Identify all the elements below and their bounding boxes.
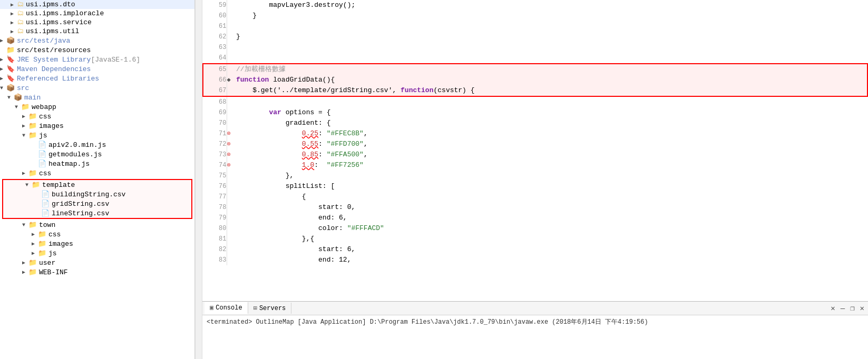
sidebar-item-town-js[interactable]: ▶ 📁 js xyxy=(0,248,194,258)
sidebar-item-linestring[interactable]: 📄 lineString.csv xyxy=(3,208,191,218)
line-code: color: "#FFFACD" xyxy=(236,223,867,234)
sidebar-item-js[interactable]: ▼ 📁 js xyxy=(0,131,194,140)
tab-servers[interactable]: ⊞ Servers xyxy=(248,303,292,314)
line-number: 78 xyxy=(203,202,227,213)
sidebar-item-jre-system[interactable]: ▶ 🔖 JRE System Library [JavaSE-1.6] xyxy=(0,55,194,64)
line-arrow xyxy=(227,107,236,118)
sidebar-item-webapp[interactable]: ▼ 📁 webapp xyxy=(0,102,194,112)
file-icon: 📄 xyxy=(38,150,46,158)
sidebar-item-town[interactable]: ▼ 📁 town xyxy=(0,220,194,230)
sidebar-item-label: css xyxy=(39,169,51,177)
sidebar-item-css[interactable]: ▶ 📁 css xyxy=(0,112,194,121)
sidebar-item-main[interactable]: ▼ 📦 main xyxy=(0,93,194,102)
sidebar-item-label: heatmap.js xyxy=(48,160,90,168)
table-row: 82 start: 6, xyxy=(203,244,867,255)
sidebar-item-label: src/test/resources xyxy=(17,46,91,54)
line-arrow xyxy=(227,234,236,244)
console-close-button[interactable]: ✕ xyxy=(859,304,866,313)
error-icon: ⊗ xyxy=(227,149,236,160)
sidebar-item-label: main xyxy=(24,94,41,102)
tab-console[interactable]: ▣ Console xyxy=(204,302,248,314)
line-number: 65 xyxy=(203,64,227,75)
arrow-icon: ▶ xyxy=(22,269,28,275)
table-row: 60 } xyxy=(203,11,867,21)
table-row: 74 ⊗ 1.0: "#FF7256" xyxy=(203,160,867,171)
table-row: 64 xyxy=(203,53,867,64)
line-code: end: 6, xyxy=(236,213,867,223)
src-icon: 📦 xyxy=(14,93,22,102)
console-content: <terminated> OutlineMap [Java Applicatio… xyxy=(202,315,868,359)
sidebar-item-user[interactable]: ▶ 📁 user xyxy=(0,258,194,267)
line-number: 63 xyxy=(203,42,227,53)
sidebar-item-label: images xyxy=(39,122,64,130)
sidebar-item-usi-ipms-service[interactable]: ▶ 🗂 usi.ipms.service xyxy=(0,18,194,27)
servers-tab-label: Servers xyxy=(259,305,286,312)
arrow-icon: ▶ xyxy=(11,11,17,17)
table-row: 75 }, xyxy=(203,171,867,181)
line-arrow xyxy=(227,32,236,42)
sidebar-item-maven-deps[interactable]: ▶ 🔖 Maven Dependencies xyxy=(0,64,194,74)
sidebar-item-getmodules[interactable]: 📄 getmodules.js xyxy=(0,149,194,159)
sidebar-item-apiv2[interactable]: 📄 apiv2.0.min.js xyxy=(0,140,194,149)
line-number: 66 xyxy=(203,75,227,85)
sidebar-item-heatmap[interactable]: 📄 heatmap.js xyxy=(0,159,194,168)
line-code: end: 12, xyxy=(236,255,867,265)
sidebar-item-usi-ipms-imploracle[interactable]: ▶ 🗂 usi.ipms.imploracle xyxy=(0,9,194,18)
sidebar-item-gridstring[interactable]: 📄 gridString.csv xyxy=(3,199,191,208)
arrow-icon: ▼ xyxy=(7,95,14,101)
console-close-stream-button[interactable]: ✕ xyxy=(829,304,836,313)
sidebar-item-usi-ipms-dto[interactable]: ▶ 🗂 usi.ipms.dto xyxy=(0,0,194,9)
sidebar-item-buildingstring[interactable]: 📄 buildingString.csv xyxy=(3,190,191,199)
line-code: 0.25: "#FFEC8B", xyxy=(236,128,867,139)
line-number: 71 xyxy=(203,128,227,139)
jre-icon: 🔖 xyxy=(6,65,15,73)
table-row: 61 xyxy=(203,21,867,32)
line-code: }, xyxy=(236,171,867,181)
main-area: ▶ 🗂 usi.ipms.dto ▶ 🗂 usi.ipms.imploracle… xyxy=(0,0,868,359)
arrow-icon: ▶ xyxy=(32,241,38,247)
sidebar-item-label: src/test/java xyxy=(17,37,70,45)
sidebar-item-label: js xyxy=(39,132,47,139)
line-code: },{ xyxy=(236,234,867,244)
sidebar-item-town-css[interactable]: ▶ 📁 css xyxy=(0,230,194,239)
arrow-icon: ▶ xyxy=(32,250,38,256)
folder-icon: 📁 xyxy=(38,230,46,238)
package-icon: 🗂 xyxy=(17,9,24,17)
console-controls: ✕ — ❐ ✕ xyxy=(829,304,866,313)
error-icon: ⊗ xyxy=(227,128,236,139)
table-row: 72 ⊗ 0.55: "#FFD700", xyxy=(203,139,867,149)
sidebar-item-src-test-java[interactable]: ▶ 📦 src/test/java xyxy=(0,36,194,45)
line-code: } xyxy=(236,32,867,42)
sidebar: ▶ 🗂 usi.ipms.dto ▶ 🗂 usi.ipms.imploracle… xyxy=(0,0,195,359)
sidebar-item-webinf[interactable]: ▶ 📁 WEB-INF xyxy=(0,267,194,277)
console-minimize-button[interactable]: — xyxy=(839,304,846,313)
sidebar-item-css2[interactable]: ▶ 📁 css xyxy=(0,168,194,178)
table-row: 71 ⊗ 0.25: "#FFEC8B", xyxy=(203,128,867,139)
sidebar-item-label: css xyxy=(48,231,61,238)
sidebar-item-template[interactable]: ▼ 📁 template xyxy=(3,180,191,190)
sidebar-item-label: usi.ipms.util xyxy=(26,27,79,35)
line-number: 77 xyxy=(203,192,227,202)
file-icon: 📄 xyxy=(41,190,50,198)
sidebar-item-images[interactable]: ▶ 📁 images xyxy=(0,121,194,131)
sidebar-item-town-images[interactable]: ▶ 📁 images xyxy=(0,239,194,248)
sidebar-item-label: gridString.csv xyxy=(52,200,109,208)
scroll-divider xyxy=(195,0,202,359)
sidebar-item-src[interactable]: ▼ 📦 src xyxy=(0,83,194,93)
code-content[interactable]: 59 mapvLayer3.destroy(); 60 } 61 xyxy=(202,0,868,301)
folder-icon: 📁 xyxy=(28,221,37,229)
sidebar-item-usi-ipms-util[interactable]: ▶ 🗂 usi.ipms.util xyxy=(0,27,194,36)
arrow-icon: ▶ xyxy=(0,75,6,82)
console-maximize-button[interactable]: ❐ xyxy=(849,304,856,313)
file-icon: 📄 xyxy=(41,209,50,217)
sidebar-item-label: buildingString.csv xyxy=(52,191,125,198)
sidebar-item-src-test-resources[interactable]: 📁 src/test/resources xyxy=(0,45,194,55)
table-row: 68 xyxy=(203,96,867,107)
jre-icon: 🔖 xyxy=(6,55,15,64)
sidebar-item-referenced-libraries[interactable]: ▶ 🔖 Referenced Libraries xyxy=(0,74,194,83)
line-arrow xyxy=(227,96,236,107)
line-code: function loadGridData(){ xyxy=(236,75,867,85)
line-arrow xyxy=(227,118,236,128)
table-row: 66 ◆ function loadGridData(){ xyxy=(203,75,867,85)
table-row: 83 end: 12, xyxy=(203,255,867,265)
